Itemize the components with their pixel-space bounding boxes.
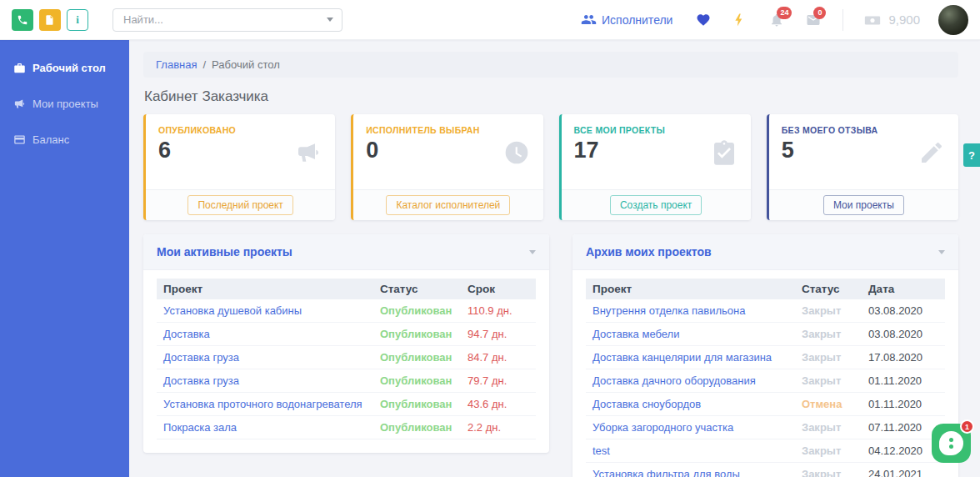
clipboard-check-icon [711,139,738,169]
stat-card-published: ОПУБЛИКОВАНО 6 Последний проект [143,114,335,220]
page-title: Кабинет Заказчика [144,88,958,105]
notifications-button[interactable]: 24 [769,13,784,28]
create-project-button[interactable]: Создать проект [610,195,702,215]
search-box[interactable] [112,8,342,32]
chevron-down-icon[interactable] [938,250,945,254]
table-row: Установка фильтра для воды Закрыт 24.01.… [586,463,945,477]
megaphone-icon [13,98,26,110]
chat-badge: 1 [960,419,974,434]
project-link[interactable]: Доставка груза [157,346,373,369]
column-header: Статус [795,279,862,299]
sidebar-item-balance[interactable]: Баланс [0,122,129,158]
date-value: 01.11.2020 [862,393,945,416]
search-input[interactable] [122,13,327,27]
info-button[interactable]: i [67,9,88,31]
chat-icon [939,431,963,455]
column-header: Проект [586,279,795,299]
top-header: i Исполнители 24 [0,0,980,40]
sidebar: Рабочий стол Мои проекты Баланс [0,40,129,477]
active-projects-header: Мои активные проекты [143,234,549,270]
stat-card-without-review: БЕЗ МОЕГО ОТЗЫВА 5 Мои проекты [767,114,958,220]
notifications-badge: 24 [777,7,792,19]
sidebar-item-my-projects[interactable]: Мои проекты [0,86,129,122]
panel-title: Мои активные проекты [157,245,292,259]
phone-icon [17,14,28,26]
heart-icon [696,13,711,28]
active-projects-panel: Мои активные проекты Проект Статус Срок [143,234,549,453]
term-value: 43.6 дн. [461,393,536,416]
messages-button[interactable]: 0 [806,13,821,28]
document-button[interactable] [39,9,61,31]
project-link[interactable]: Установка фильтра для воды [586,463,795,477]
status-badge: Закрыт [795,299,862,323]
stat-card-label: ОПУБЛИКОВАНО [158,125,322,135]
chevron-down-icon[interactable] [529,250,536,254]
project-link[interactable]: Покраска зала [157,416,373,439]
favorites-button[interactable] [696,13,711,28]
phone-button[interactable] [12,9,33,31]
table-row: Доставка канцелярии для магазина Закрыт … [586,346,945,369]
main-content: Главная / Рабочий стол Кабинет Заказчика… [129,40,980,477]
date-value: 03.08.2020 [862,323,945,346]
table-row: Внутрення отделка павильона Закрыт 03.08… [586,299,945,323]
chat-widget-button[interactable]: 1 [932,424,971,463]
status-badge: Опубликован [373,323,461,346]
column-header: Дата [862,279,945,299]
status-badge: Закрыт [795,346,862,369]
project-link[interactable]: Установка душевой кабины [157,299,373,323]
stat-card-label: ВСЕ МОИ ПРОЕКТЫ [574,125,738,135]
breadcrumb-home-link[interactable]: Главная [156,58,197,71]
stat-cards-row: ОПУБЛИКОВАНО 6 Последний проект ИСПОЛНИТ… [143,114,958,220]
stat-card-label: ИСПОЛНИТЕЛЬ ВЫБРАН [366,125,530,135]
messages-badge: 0 [813,7,826,19]
breadcrumb-separator: / [202,58,206,71]
project-link[interactable]: Доставка [157,323,373,346]
balance-indicator[interactable]: 9,900 [863,11,920,29]
project-link[interactable]: Доставка мебели [586,323,795,346]
project-link[interactable]: Внутрення отделка павильона [586,299,795,323]
term-value: 94.7 дн. [461,323,536,346]
last-project-button[interactable]: Последний проект [188,195,292,215]
executors-label: Исполнители [602,13,672,27]
executors-catalog-button[interactable]: Каталог исполнителей [386,195,510,215]
chevron-down-icon[interactable] [327,18,333,22]
header-divider [842,9,843,31]
project-link[interactable]: Уборка загородного участка [586,416,795,439]
term-value: 110.9 дн. [461,299,536,323]
table-row: Покраска зала Опубликован 2.2 дн. [157,416,536,439]
executors-link[interactable]: Исполнители [581,12,672,28]
document-icon [44,14,56,26]
status-badge: Закрыт [795,439,862,463]
briefcase-icon [13,62,26,74]
help-tab[interactable]: ? [963,143,980,167]
sidebar-item-dashboard[interactable]: Рабочий стол [0,50,129,86]
info-icon: i [76,13,79,27]
status-badge: Опубликован [373,416,461,439]
my-projects-button[interactable]: Мои проекты [823,195,904,215]
term-value: 79.7 дн. [461,369,536,393]
status-badge: Опубликован [373,393,461,416]
table-row: Установка душевой кабины Опубликован 110… [157,299,536,323]
table-row: Доставка сноубордов Отмена 01.11.2020 [586,393,945,416]
sidebar-item-label: Баланс [32,133,69,146]
project-link[interactable]: Доставка дачного оборудования [586,369,795,393]
avatar[interactable] [938,5,968,35]
term-value: 2.2 дн. [461,416,536,439]
sidebar-item-label: Рабочий стол [32,62,106,74]
table-row: Доставка груза Опубликован 84.7 дн. [157,346,536,369]
table-row: Доставка мебели Закрыт 03.08.2020 [586,323,945,346]
project-link[interactable]: Установка проточного водонагревателя [157,393,373,416]
project-link[interactable]: Доставка сноубордов [586,393,795,416]
table-row: Доставка дачного оборудования Закрыт 01.… [586,369,945,393]
activity-button[interactable] [732,13,748,28]
stat-card-label: БЕЗ МОЕГО ОТЗЫВА [782,125,946,135]
project-link[interactable]: Доставка груза [157,369,373,393]
date-value: 17.08.2020 [862,346,945,369]
table-row: Установка проточного водонагревателя Опу… [157,393,536,416]
clock-icon [503,139,530,169]
stat-card-executor-chosen: ИСПОЛНИТЕЛЬ ВЫБРАН 0 Каталог исполнителе… [351,114,542,220]
project-link[interactable]: Доставка канцелярии для магазина [586,346,795,369]
project-link[interactable]: test [586,439,795,463]
status-badge: Закрыт [795,463,862,477]
column-header: Статус [373,279,461,299]
